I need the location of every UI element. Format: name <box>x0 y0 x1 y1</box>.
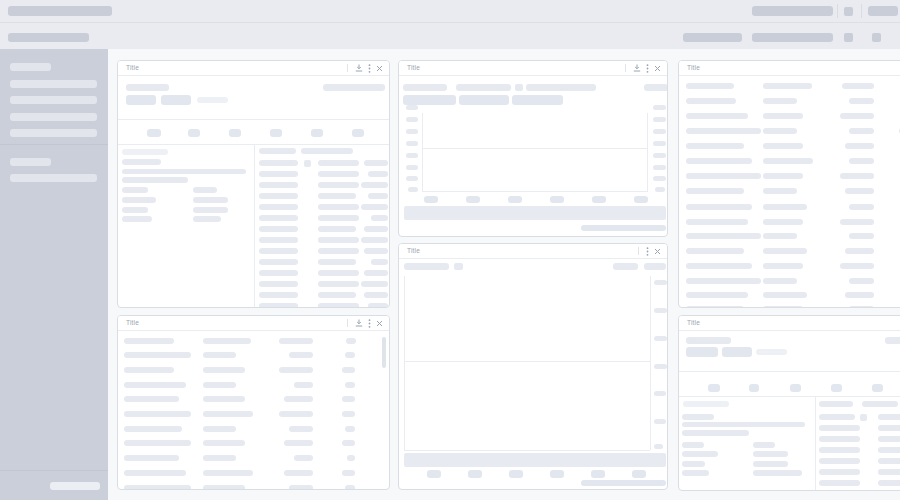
skeleton-placeholder-bar <box>406 165 418 170</box>
skeleton-placeholder-bar <box>654 444 663 449</box>
skeleton-placeholder-bar <box>122 207 148 213</box>
divider <box>679 396 900 397</box>
download-icon[interactable] <box>355 319 363 327</box>
kebab-icon[interactable] <box>646 247 649 256</box>
skeleton-placeholder-bar <box>763 219 803 225</box>
skeleton-placeholder-bar <box>203 426 236 432</box>
skeleton-placeholder-bar <box>259 226 298 232</box>
skeleton-placeholder-bar <box>124 382 186 388</box>
kebab-icon[interactable] <box>368 319 371 328</box>
skeleton-placeholder-bar <box>682 430 749 436</box>
header-divider <box>638 247 639 255</box>
sidebar-navigation[interactable] <box>0 49 108 500</box>
skeleton-placeholder-bar <box>831 384 842 392</box>
panel-header[interactable]: Title <box>118 61 389 76</box>
skeleton-placeholder-bar <box>124 338 174 344</box>
divider <box>0 470 108 471</box>
widget-panel-top-left: Title <box>117 60 390 308</box>
skeleton-placeholder-bar <box>763 173 803 179</box>
kebab-icon[interactable] <box>646 64 649 73</box>
panel-title: Title <box>126 316 139 330</box>
skeleton-placeholder-bar <box>509 470 523 478</box>
divider <box>647 113 648 191</box>
skeleton-placeholder-bar <box>845 143 874 149</box>
skeleton-placeholder-bar <box>10 96 97 104</box>
download-icon[interactable] <box>355 64 363 72</box>
skeleton-placeholder-bar <box>654 364 667 369</box>
download-icon[interactable] <box>633 64 641 72</box>
skeleton-placeholder-bar <box>872 384 883 392</box>
skeleton-placeholder-bar <box>819 414 855 420</box>
kebab-icon[interactable] <box>368 64 371 73</box>
skeleton-placeholder-bar <box>346 338 356 344</box>
skeleton-placeholder-bar <box>840 113 874 119</box>
header-divider <box>347 319 348 327</box>
skeleton-placeholder-bar <box>459 95 509 105</box>
skeleton-placeholder-bar <box>550 470 564 478</box>
skeleton-placeholder-bar <box>686 173 761 179</box>
skeleton-placeholder-bar <box>753 451 788 457</box>
skeleton-placeholder-bar <box>686 337 731 344</box>
skeleton-placeholder-bar <box>203 440 245 446</box>
widget-panel-center: Title <box>398 243 668 490</box>
skeleton-placeholder-bar <box>653 129 666 134</box>
skeleton-placeholder-bar <box>406 176 418 181</box>
skeleton-placeholder-bar <box>403 95 456 105</box>
skeleton-placeholder-bar <box>653 141 666 146</box>
panel-actions <box>347 316 383 330</box>
header-divider <box>347 64 348 72</box>
skeleton-placeholder-bar <box>124 352 191 358</box>
skeleton-placeholder-bar <box>686 143 744 149</box>
close-icon[interactable] <box>376 65 383 72</box>
divider <box>422 148 648 149</box>
close-icon[interactable] <box>376 320 383 327</box>
skeleton-placeholder-bar <box>342 440 355 446</box>
panel-header[interactable]: Title <box>679 316 900 331</box>
divider <box>679 371 900 372</box>
panel-header[interactable]: Title <box>679 61 900 76</box>
skeleton-placeholder-bar <box>259 292 298 298</box>
panel-header[interactable]: Title <box>399 244 667 259</box>
skeleton-placeholder-bar <box>270 129 282 137</box>
divider <box>837 4 838 18</box>
header-divider <box>625 64 626 72</box>
skeleton-placeholder-bar <box>763 113 803 119</box>
divider <box>404 276 405 450</box>
skeleton-placeholder-bar <box>686 83 734 89</box>
skeleton-placeholder-bar <box>203 382 236 388</box>
close-icon[interactable] <box>654 65 661 72</box>
skeleton-placeholder-bar <box>124 455 179 461</box>
panel-header[interactable]: Title <box>118 316 389 331</box>
skeleton-placeholder-bar <box>406 117 418 122</box>
skeleton-placeholder-bar <box>318 160 359 166</box>
skeleton-placeholder-bar <box>849 306 874 308</box>
divider <box>815 397 816 491</box>
skeleton-placeholder-bar <box>203 396 245 402</box>
skeleton-placeholder-bar <box>279 367 313 373</box>
skeleton-placeholder-bar <box>8 6 112 16</box>
skeleton-placeholder-bar <box>845 292 874 298</box>
skeleton-placeholder-bar <box>294 382 313 388</box>
skeleton-placeholder-bar <box>682 442 704 448</box>
skeleton-placeholder-bar <box>644 84 668 91</box>
skeleton-placeholder-bar <box>259 148 296 154</box>
panel-body <box>679 316 900 490</box>
close-icon[interactable] <box>654 248 661 255</box>
secondary-toolbar <box>0 23 900 49</box>
widget-panel-top-right: Title <box>678 60 900 308</box>
skeleton-placeholder-bar <box>259 248 298 254</box>
skeleton-placeholder-bar <box>845 188 874 194</box>
skeleton-placeholder-bar <box>203 455 236 461</box>
panel-title: Title <box>407 244 420 258</box>
skeleton-placeholder-bar <box>259 204 298 210</box>
skeleton-placeholder-bar <box>849 233 874 239</box>
panel-header[interactable]: Title <box>399 61 667 76</box>
skeleton-placeholder-bar <box>878 480 900 486</box>
skeleton-placeholder-bar <box>756 349 787 355</box>
skeleton-placeholder-bar <box>342 411 355 417</box>
skeleton-placeholder-bar <box>763 188 797 194</box>
panel-body <box>679 61 900 307</box>
skeleton-placeholder-bar <box>885 337 900 344</box>
divider <box>422 113 423 191</box>
skeleton-placeholder-bar <box>193 197 228 203</box>
